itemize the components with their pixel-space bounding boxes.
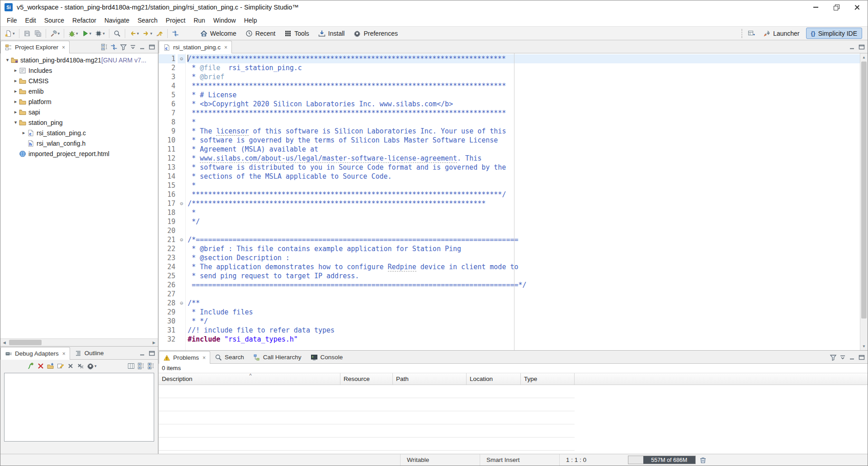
close-tab-icon[interactable]: ×: [203, 355, 206, 361]
scroll-right-icon[interactable]: ▶: [150, 341, 158, 345]
minimize-window-button[interactable]: [805, 0, 826, 14]
delete-button[interactable]: [66, 362, 75, 370]
tree-item-station-ping-brd4180a-mg21[interactable]: ▾station_ping-brd4180a-mg21 [GNU ARM v7.…: [0, 55, 158, 65]
code-line[interactable]: * */: [188, 317, 860, 326]
menu-help[interactable]: Help: [240, 15, 261, 26]
code-line[interactable]: /**: [188, 299, 860, 308]
dropdown-arrow-icon[interactable]: ▾: [150, 31, 152, 36]
columns-button[interactable]: [127, 362, 135, 370]
view-menu-button[interactable]: [839, 353, 847, 361]
editor-vertical-scrollbar[interactable]: ▲ ▼: [860, 53, 868, 350]
code-line[interactable]: * @brief : This file contains example ap…: [188, 244, 860, 253]
tree-item-platform[interactable]: ▸platform: [0, 96, 158, 107]
tree-twistie-icon[interactable]: ▸: [12, 67, 19, 73]
tab-problems[interactable]: Problems×: [159, 351, 210, 364]
expand-all-button[interactable]: [147, 362, 155, 370]
tree-item-includes[interactable]: ▸Includes: [0, 65, 158, 76]
tree-item-rsi-wlan-config-h[interactable]: hrsi_wlan_config.h: [0, 138, 158, 148]
close-tab-icon[interactable]: ×: [62, 45, 65, 50]
code-line[interactable]: ========================================…: [188, 281, 860, 290]
scroll-left-icon[interactable]: ◀: [0, 341, 8, 345]
code-line[interactable]: * The licensor of this software is Silic…: [188, 127, 860, 136]
dropdown-arrow-icon[interactable]: ▾: [13, 31, 15, 36]
dropdown-arrow-icon[interactable]: ▾: [90, 31, 92, 36]
search-button[interactable]: [112, 28, 123, 39]
code-line[interactable]: * Agreement (MSLA) available at: [188, 145, 860, 154]
code-line[interactable]: * software is distributed to you in Sour…: [188, 163, 860, 172]
back-button[interactable]: ▾: [127, 28, 141, 39]
code-line[interactable]: ****************************************…: [188, 190, 860, 199]
tools-button[interactable]: Tools: [280, 28, 313, 39]
code-line[interactable]: *: [188, 181, 860, 190]
menu-search[interactable]: Search: [133, 15, 161, 26]
maximize-button[interactable]: [858, 43, 866, 51]
dropdown-arrow-icon[interactable]: ▾: [94, 364, 97, 368]
link-with-editor-button[interactable]: [170, 28, 181, 39]
editor-scroll-thumb[interactable]: [861, 62, 867, 319]
code-line[interactable]: * sections of the MSLA applicable to Sou…: [188, 172, 860, 181]
code-line[interactable]: * @brief: [188, 72, 860, 81]
tree-twistie-icon[interactable]: ▸: [12, 78, 19, 84]
menu-project[interactable]: Project: [162, 15, 190, 26]
maximize-button[interactable]: [148, 43, 156, 51]
save-button[interactable]: [22, 28, 33, 39]
last-edit-location-button[interactable]: [154, 28, 165, 39]
menu-edit[interactable]: Edit: [21, 15, 40, 26]
run-button[interactable]: ▾: [80, 28, 94, 39]
dropdown-arrow-icon[interactable]: ▾: [137, 31, 139, 36]
tab-project-explorer[interactable]: Project Explorer×: [0, 41, 70, 53]
settings-menu-button[interactable]: ▾: [86, 362, 97, 370]
recent-button[interactable]: Recent: [241, 28, 279, 39]
code-line[interactable]: * <b>Copyright 2020 Silicon Laboratories…: [188, 100, 860, 109]
code-line[interactable]: /***************************************…: [188, 199, 860, 208]
code-line[interactable]: * @section Description :: [188, 253, 860, 262]
preferences-button[interactable]: Preferences: [349, 28, 401, 39]
save-all-button[interactable]: [33, 28, 43, 39]
tab-call-hierarchy[interactable]: Call Hierarchy: [249, 351, 306, 363]
menu-refactor[interactable]: Refactor: [68, 15, 100, 26]
minimize-button[interactable]: [138, 349, 146, 357]
column-header-resource[interactable]: Resource: [340, 373, 393, 385]
maximize-button[interactable]: [148, 349, 156, 357]
scroll-down-icon[interactable]: ▼: [860, 342, 868, 350]
editor-tab-rsi-station-ping-c[interactable]: crsi_station_ping.c×: [159, 41, 232, 53]
code-line[interactable]: /***************************************…: [188, 54, 860, 63]
code-line[interactable]: *: [188, 118, 860, 127]
pe-scroll-thumb[interactable]: [9, 340, 42, 345]
tree-twistie-icon[interactable]: ▾: [4, 57, 11, 63]
code-line[interactable]: #include "rsi_data_types.h": [188, 335, 860, 344]
code-line[interactable]: [188, 226, 860, 235]
code-line[interactable]: * Include files: [188, 308, 860, 317]
menu-run[interactable]: Run: [189, 15, 209, 26]
tree-item-sapi[interactable]: ▸sapi: [0, 107, 158, 117]
build-button[interactable]: ▾: [48, 28, 62, 39]
menu-file[interactable]: File: [3, 15, 21, 26]
restore-window-button[interactable]: [826, 0, 847, 14]
table-row[interactable]: [159, 385, 575, 398]
flash-button[interactable]: ▾: [93, 28, 107, 39]
code-line[interactable]: ****************************************…: [188, 81, 860, 90]
collapse-all-button[interactable]: [137, 362, 145, 370]
column-header-type[interactable]: Type: [521, 373, 575, 385]
table-row[interactable]: [159, 437, 575, 451]
tree-twistie-icon[interactable]: ▾: [12, 119, 19, 125]
dropdown-arrow-icon[interactable]: ▾: [103, 31, 105, 36]
perspective-simplicity-ide[interactable]: {}Simplicity IDE: [806, 28, 862, 39]
menu-window[interactable]: Window: [209, 15, 240, 26]
tree-twistie-icon[interactable]: ▸: [12, 99, 19, 105]
new-wizard-button[interactable]: ▾: [3, 28, 17, 39]
table-row[interactable]: [159, 424, 575, 437]
delete-all-button[interactable]: [76, 362, 85, 370]
tree-twistie-icon[interactable]: ▸: [12, 109, 19, 115]
minimize-button[interactable]: [138, 43, 146, 51]
pe-horizontal-scrollbar[interactable]: ◀ ▶: [0, 338, 158, 346]
tab-outline[interactable]: Outline: [70, 347, 108, 359]
code-line[interactable]: [188, 290, 860, 299]
tree-item-station-ping[interactable]: ▾station_ping: [0, 117, 158, 128]
menu-source[interactable]: Source: [40, 15, 68, 26]
filter-button[interactable]: [829, 353, 837, 361]
fold-column[interactable]: ⊖⊖⊖⊖: [178, 53, 186, 350]
fold-marker-icon[interactable]: ⊖: [178, 54, 185, 63]
column-header-path[interactable]: Path: [393, 373, 467, 385]
view-menu-button[interactable]: [129, 43, 137, 51]
